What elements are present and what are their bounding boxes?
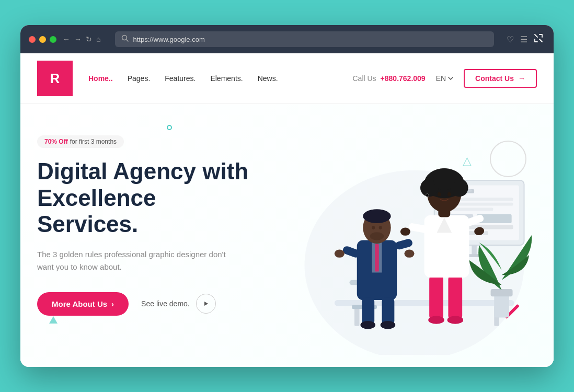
forward-button[interactable]: → (74, 35, 82, 43)
url-text: https://www.google.com (133, 36, 204, 43)
maximize-button[interactable] (50, 36, 56, 43)
logo-letter: R (50, 71, 60, 87)
close-button[interactable] (29, 36, 36, 43)
svg-rect-38 (382, 297, 395, 325)
svg-point-57 (438, 192, 441, 197)
svg-rect-27 (375, 244, 379, 272)
hero-actions: More About Us › See live demo. (37, 292, 262, 316)
discount-highlight: 70% Off (44, 138, 68, 145)
svg-marker-2 (204, 302, 208, 306)
svg-rect-37 (362, 297, 374, 325)
live-demo-text: See live demo. (141, 299, 190, 308)
favorite-icon[interactable]: ♡ (507, 34, 514, 44)
hero-right: △ (262, 125, 537, 355)
menu-icon[interactable]: ☰ (520, 34, 527, 44)
more-about-button[interactable]: More About Us › (37, 292, 129, 316)
svg-point-30 (372, 226, 375, 229)
nav-pages[interactable]: Pages. (128, 74, 151, 83)
more-about-label: More About Us (52, 299, 107, 308)
svg-rect-61 (491, 289, 513, 296)
chevron-right-icon: › (111, 299, 114, 308)
svg-line-1 (127, 40, 129, 42)
hero-subtitle: The 3 golden rules professional graphic … (37, 248, 236, 273)
call-us: Call Us +880.762.009 (352, 74, 425, 83)
reload-button[interactable]: ↻ (86, 35, 92, 43)
svg-point-56 (433, 168, 455, 190)
address-bar[interactable]: https://www.google.com (115, 31, 494, 47)
browser-controls-right: ♡ ☰ (507, 33, 545, 45)
call-label: Call Us (352, 74, 376, 83)
back-button[interactable]: ← (63, 35, 70, 43)
site-navbar: R Home. Pages. Features. Elements. News.… (20, 53, 554, 104)
svg-point-35 (335, 250, 345, 258)
traffic-lights (29, 36, 56, 43)
svg-rect-41 (429, 275, 443, 320)
svg-rect-20 (354, 306, 360, 326)
minimize-button[interactable] (39, 36, 46, 43)
live-demo[interactable]: See live demo. (141, 294, 216, 314)
svg-point-31 (379, 226, 382, 229)
discount-badge: 70% Off for first 3 months (37, 135, 124, 148)
svg-point-29 (363, 209, 391, 223)
discount-rest: for first 3 months (70, 138, 117, 145)
call-number: +880.762.009 (381, 74, 426, 83)
site-nav-right: Call Us +880.762.009 EN Contact Us → (352, 69, 537, 88)
contact-us-button[interactable]: Contact Us → (464, 69, 537, 88)
contact-btn-label: Contact Us (475, 74, 514, 83)
site-logo: R (37, 61, 73, 96)
hero-title: Digital Agency with Excellence Services. (37, 158, 262, 238)
play-button[interactable] (196, 294, 216, 314)
lang-text: EN (436, 74, 446, 83)
svg-point-43 (428, 316, 444, 324)
expand-icon[interactable] (534, 33, 543, 45)
arrow-icon: → (518, 74, 525, 83)
browser-titlebar: ← → ↻ ⌂ https://www.google.com ♡ ☰ (20, 25, 554, 53)
nav-buttons: ← → ↻ ⌂ (63, 35, 100, 43)
svg-point-40 (381, 321, 396, 329)
svg-point-44 (447, 316, 464, 324)
svg-rect-17 (472, 245, 477, 255)
svg-point-39 (361, 321, 376, 329)
nav-news[interactable]: News. (258, 74, 278, 83)
home-button[interactable]: ⌂ (96, 35, 100, 43)
nav-features[interactable]: Features. (165, 74, 196, 83)
svg-point-49 (400, 228, 410, 236)
nav-home[interactable]: Home. (88, 74, 113, 83)
browser-window: ← → ↻ ⌂ https://www.google.com ♡ ☰ (20, 25, 554, 367)
nav-elements[interactable]: Elements. (210, 74, 243, 83)
svg-rect-42 (449, 275, 463, 320)
svg-point-59 (426, 194, 429, 197)
search-icon (121, 34, 129, 44)
svg-point-32 (370, 232, 384, 240)
hero-illustration: " (262, 135, 537, 355)
site-nav-links: Home. Pages. Features. Elements. News. (88, 74, 352, 83)
svg-point-36 (405, 250, 415, 258)
hero-left: 70% Off for first 3 months Digital Agenc… (37, 125, 262, 355)
language-selector[interactable]: EN (436, 74, 453, 83)
hero-section: 70% Off for first 3 months Digital Agenc… (20, 104, 554, 365)
svg-point-58 (447, 192, 451, 197)
website-content: R Home. Pages. Features. Elements. News.… (20, 53, 554, 367)
